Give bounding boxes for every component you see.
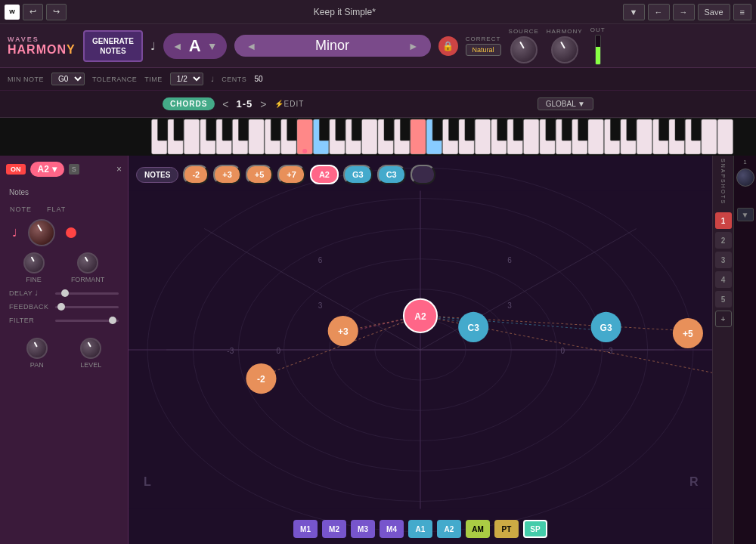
note-knob[interactable] xyxy=(28,219,55,246)
source-label: SOURCE xyxy=(509,28,539,35)
feedback-slider-row: FEEDBACK xyxy=(6,303,122,311)
svg-rect-45 xyxy=(336,118,345,141)
svg-text:3: 3 xyxy=(507,301,512,310)
lock-button[interactable]: 🔒 xyxy=(438,36,458,56)
next-preset-button[interactable]: → xyxy=(673,4,695,20)
pill-c3[interactable]: C3 xyxy=(377,165,406,184)
source-knob[interactable] xyxy=(510,36,538,63)
pan-knob[interactable] xyxy=(26,338,48,359)
pill-g3[interactable]: G3 xyxy=(343,165,373,184)
pill-plus5[interactable]: +5 xyxy=(246,165,274,184)
chords-prev-button[interactable]: < xyxy=(222,98,228,110)
mode-range-display: 1-5 xyxy=(237,98,253,110)
snapshot-5-button[interactable]: 5 xyxy=(715,291,732,308)
min-note-label: MIN NOTE xyxy=(8,76,44,83)
top-toolbar: W ↩ ↪ Keep it Simple* ▼ ← → Save ≡ xyxy=(0,0,756,24)
svg-rect-54 xyxy=(546,118,556,141)
feedback-slider[interactable] xyxy=(55,306,119,308)
fine-label: FINE xyxy=(26,276,42,283)
header-row: WAVES HARMONY GENERATENOTES ♩ ◄ A ▼ ◄ Mi… xyxy=(0,24,756,68)
far-right-panel: 1 ▼ xyxy=(733,156,756,544)
far-right-down-button[interactable]: ▼ xyxy=(737,208,754,221)
notes-pill-button[interactable]: NOTES xyxy=(136,167,178,183)
voice-name-button[interactable]: A2 ▾ xyxy=(30,162,64,177)
save-button[interactable]: Save xyxy=(698,4,730,20)
chords-next-button[interactable]: > xyxy=(260,98,266,110)
natural-button[interactable]: Natural xyxy=(466,44,501,56)
far-right-knob[interactable] xyxy=(736,168,754,187)
out-area: OUT xyxy=(590,26,606,65)
undo-button[interactable]: ↩ xyxy=(23,4,43,20)
notes-section: Notes xyxy=(6,183,122,199)
formant-knob-area: FORMANT xyxy=(71,252,105,283)
menu-button[interactable]: ≡ xyxy=(733,4,751,20)
harmony-knob-area: HARMONY xyxy=(547,28,583,63)
note-icon: ♩ xyxy=(211,76,215,83)
main-visualization: NOTES -2 +3 +5 +7 A2 G3 C3 xyxy=(129,156,712,544)
filter-slider[interactable] xyxy=(55,320,119,322)
time-select[interactable]: 1/2 xyxy=(170,73,203,85)
formant-knob[interactable] xyxy=(77,252,98,274)
level-knob[interactable] xyxy=(80,338,101,359)
generate-notes-button[interactable]: GENERATENOTES xyxy=(83,30,143,62)
node-plus3-label: +3 xyxy=(338,326,349,337)
svg-rect-50 xyxy=(449,118,459,141)
harmony-y: Y xyxy=(67,43,76,56)
redo-button[interactable]: ↪ xyxy=(46,4,67,20)
preset-title: Keep it Simple* xyxy=(70,7,620,17)
delay-slider-row: DELAY ♩ xyxy=(6,289,122,297)
dropdown-arrow[interactable]: ▼ xyxy=(623,4,645,20)
svg-rect-38 xyxy=(174,118,184,141)
pill-plus7[interactable]: +7 xyxy=(277,165,305,184)
fine-knob[interactable] xyxy=(23,252,45,274)
pill-minus2[interactable]: -2 xyxy=(183,165,209,184)
svg-text:-3: -3 xyxy=(227,347,234,355)
snapshot-4-button[interactable]: 4 xyxy=(715,271,732,288)
mode-am-button[interactable]: AM xyxy=(466,520,490,538)
scale-prev-button[interactable]: ◄ xyxy=(246,40,257,52)
mode-m4-button[interactable]: M4 xyxy=(380,520,404,538)
voice-solo-button[interactable]: S xyxy=(69,164,79,175)
pill-empty[interactable] xyxy=(411,165,435,184)
delay-slider[interactable] xyxy=(55,292,119,295)
pill-plus3[interactable]: +3 xyxy=(213,165,241,184)
snapshot-1-button[interactable]: 1 xyxy=(715,212,732,229)
edit-button[interactable]: ⚡EDIT xyxy=(274,100,305,108)
mode-m1-button[interactable]: M1 xyxy=(293,520,318,538)
voice-close-button[interactable]: × xyxy=(116,164,122,175)
snapshots-label: SNAPSHOTS xyxy=(720,159,726,205)
note-label: NOTE xyxy=(10,206,32,213)
node-c3-label: C3 xyxy=(467,323,479,333)
mode-a1-button[interactable]: A1 xyxy=(408,520,432,538)
music-note-icon: ♩ xyxy=(150,40,156,52)
prev-preset-button[interactable]: ← xyxy=(648,4,670,20)
pan-knob-area: PAN xyxy=(26,338,48,369)
mode-m2-button[interactable]: M2 xyxy=(322,520,346,538)
time-label: TIME xyxy=(144,76,163,83)
mode-m3-button[interactable]: M3 xyxy=(351,520,375,538)
mode-pt-button[interactable]: PT xyxy=(494,520,519,538)
snapshot-add-button[interactable]: + xyxy=(715,311,732,327)
filter-thumb xyxy=(109,317,116,324)
key-prev-button[interactable]: ◄ xyxy=(172,40,183,52)
cents-value: 50 xyxy=(254,75,262,83)
chords-button[interactable]: CHORDS xyxy=(163,97,215,110)
svg-rect-48 xyxy=(400,118,410,141)
min-note-select[interactable]: G0 xyxy=(51,73,85,85)
waves-logo: W xyxy=(5,5,20,20)
key-next-button[interactable]: ▼ xyxy=(207,40,218,52)
snapshot-2-button[interactable]: 2 xyxy=(715,232,732,249)
l-label: L xyxy=(144,474,151,488)
global-button[interactable]: GLOBAL ▼ xyxy=(538,97,593,110)
mode-sp-button[interactable]: SP xyxy=(523,520,547,538)
harmony-knob[interactable] xyxy=(551,36,578,63)
snapshot-3-button[interactable]: 3 xyxy=(715,252,732,268)
voice-on-button[interactable]: ON xyxy=(6,164,26,175)
svg-rect-43 xyxy=(287,118,297,141)
mode-a2-button[interactable]: A2 xyxy=(437,520,461,538)
pill-a2[interactable]: A2 xyxy=(310,165,339,184)
scale-display: Minor xyxy=(264,38,400,54)
svg-text:0: 0 xyxy=(560,347,565,355)
scale-next-button[interactable]: ► xyxy=(408,40,419,52)
key-selector: ◄ A ▼ xyxy=(163,33,227,59)
